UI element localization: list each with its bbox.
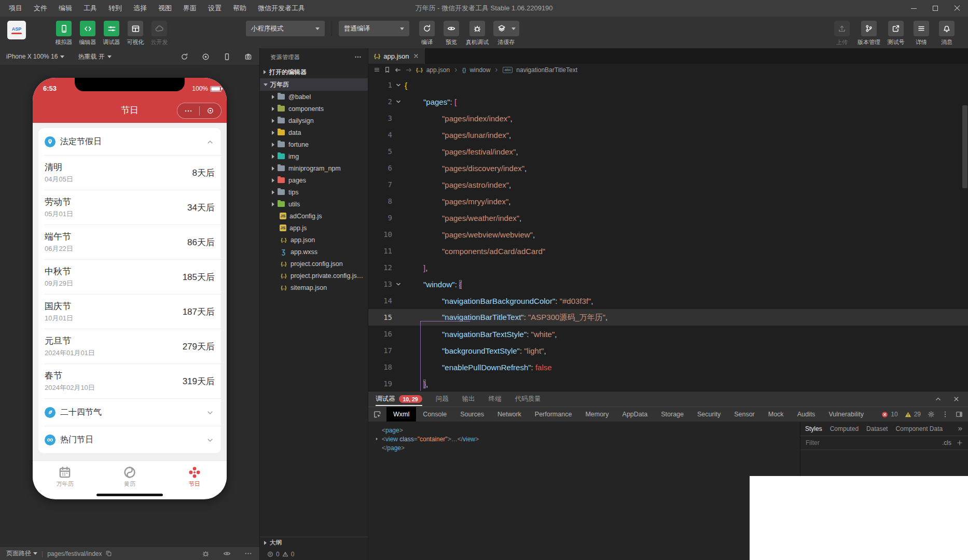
tree-item[interactable]: JSapp.js [260,222,368,234]
menu-item-6[interactable]: 视图 [153,0,177,17]
wxml-node[interactable]: <view class="container">…</view> [375,435,800,443]
menu-item-5[interactable]: 选择 [128,0,153,17]
styles-tab-component-data[interactable]: Component Data [895,425,943,432]
minimize-button[interactable] [903,0,924,17]
devtools-tab-memory[interactable]: Memory [578,407,615,422]
preview-icon[interactable] [223,550,231,557]
outline-section[interactable]: 大纲 [260,537,368,548]
breadcrumb-property[interactable]: navigationBarTitleText [516,66,577,74]
panel-tab-0[interactable]: 调试器10, 29 [376,391,422,407]
festival-row[interactable]: 端午节06月22日86天后 [38,225,221,259]
rotate-icon[interactable] [181,53,188,61]
user-avatar[interactable]: ASP [7,21,26,39]
outline-icon[interactable] [374,66,380,73]
editor-scrollbar[interactable] [962,105,967,188]
filter-input[interactable]: Filter [806,439,820,446]
devtools-tab-appdata[interactable]: AppData [616,407,655,422]
panel-tab-4[interactable]: 代码质量 [515,391,541,407]
project-root[interactable]: 万年历 [260,78,368,91]
forward-icon[interactable] [405,66,412,74]
toolbar-button-branch[interactable]: 版本管理 [858,21,880,46]
devtools-tab-sources[interactable]: Sources [453,407,491,422]
toolbar-button-list[interactable]: 详情 [911,21,931,46]
toolbar-button-code[interactable]: 编辑器 [78,21,98,46]
wxml-node[interactable]: <page> [375,426,800,435]
explorer-menu-icon[interactable] [354,53,362,61]
festival-row[interactable]: 劳动节05月01日34天后 [38,190,221,225]
tree-item[interactable]: utils [260,198,368,210]
tree-item[interactable]: img [260,150,368,162]
close-icon[interactable] [953,396,960,402]
tree-item[interactable]: miniprogram_npm [260,162,368,174]
menu-item-7[interactable]: 界面 [177,0,202,17]
devtools-tab-audits[interactable]: Audits [791,407,822,422]
styles-tab-styles[interactable]: Styles [805,425,822,432]
dock-icon[interactable] [956,411,963,418]
devtools-tab-security[interactable]: Security [690,407,727,422]
maximize-button[interactable] [924,0,946,17]
cls-button[interactable]: .cls [942,439,951,446]
more-menu-icon[interactable] [177,107,199,115]
toolbar-button-bug[interactable]: 真机调试 [466,21,489,46]
page-path-label[interactable]: 页面路径 [6,549,31,558]
festival-row[interactable]: 春节2024年02月10日319天后 [38,364,221,398]
styles-tab-dataset[interactable]: Dataset [866,425,888,432]
toolbar-button-refresh[interactable]: 编译 [417,21,437,46]
menu-item-8[interactable]: 设置 [202,0,227,17]
menu-item-0[interactable]: 项目 [3,0,28,17]
breadcrumb-file[interactable]: app.json [426,66,450,74]
toolbar-button-bell[interactable]: 消息 [937,21,957,46]
section-leaf[interactable]: 二十四节气 [38,399,221,426]
phone-tab-calendar[interactable]: 万年历 [33,461,98,493]
home-indicator[interactable] [96,494,163,496]
panel-tab-3[interactable]: 终端 [489,391,502,407]
menu-item-10[interactable]: 微信开发者工具 [252,0,311,17]
festival-row[interactable]: 元旦节2024年01月01日279天后 [38,329,221,363]
tree-item[interactable]: @babel [260,91,368,103]
close-button[interactable] [946,0,968,17]
toolbar-button-debug[interactable]: 调试器 [102,21,121,46]
festival-row[interactable]: 清明04月05日8天后 [38,156,221,190]
menu-item-3[interactable]: 工具 [78,0,103,17]
chev-up-icon[interactable] [935,396,942,402]
phone-tab-festival[interactable]: 节日 [162,461,227,493]
tree-item[interactable]: components [260,103,368,115]
toolbar-button-upload[interactable]: 上传 [832,21,852,46]
kebab-menu-icon[interactable] [942,411,949,418]
festival-row[interactable]: 国庆节10月01日187天后 [38,295,221,329]
compile-mode-select[interactable]: 普通编译 [339,21,409,36]
tree-item[interactable]: dailysign [260,115,368,127]
devtools-tab-network[interactable]: Network [491,407,528,422]
screenshot-icon[interactable] [244,53,252,61]
open-editors-section[interactable]: 打开的编辑器 [260,66,368,78]
tree-item[interactable]: {..}project.private.config.js… [260,270,368,282]
toolbar-button-cloud[interactable]: 云开发 [149,21,169,46]
tree-item[interactable]: fortune [260,138,368,150]
tree-item[interactable]: tips [260,186,368,198]
copy-icon[interactable] [105,550,112,557]
section-pin[interactable]: 法定节假日 [38,128,221,155]
tree-item[interactable]: {..}project.config.json [260,258,368,270]
close-capsule-icon[interactable] [200,107,222,115]
bookmark-icon[interactable] [384,66,391,73]
mode-select[interactable]: 小程序模式 [246,21,325,36]
tree-item[interactable]: {..}sitemap.json [260,282,368,293]
toolbar-button-external[interactable]: 测试号 [886,21,906,46]
panel-tab-2[interactable]: 输出 [462,391,475,407]
menu-item-9[interactable]: 帮助 [227,0,252,17]
panel-tab-1[interactable]: 问题 [436,391,449,407]
festival-row[interactable]: 中秋节09月29日185天后 [38,260,221,294]
tree-item[interactable]: JSadConfig.js [260,210,368,222]
wxml-node[interactable]: </page> [375,443,800,452]
tree-item[interactable]: data [260,127,368,138]
toolbar-button-layers[interactable]: 清缓存 [493,21,519,46]
capsule-menu[interactable] [177,103,222,119]
editor-tab-appjson[interactable]: {..} app.json [368,48,425,64]
more-icon[interactable] [244,550,252,557]
devtools-tab-storage[interactable]: Storage [654,407,690,422]
devtools-tab-sensor[interactable]: Sensor [727,407,762,422]
devtools-tab-performance[interactable]: Performance [528,407,579,422]
menu-item-1[interactable]: 文件 [28,0,53,17]
breadcrumb-window[interactable]: window [469,66,490,74]
close-tab-icon[interactable] [413,53,419,59]
